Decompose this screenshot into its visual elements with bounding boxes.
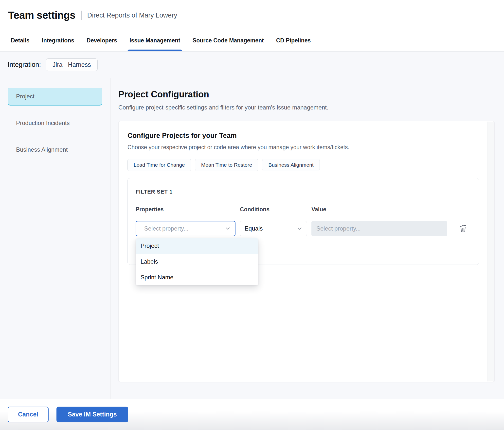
dropdown-option-project[interactable]: Project	[136, 238, 258, 254]
tab-bar: Details Integrations Developers Issue Ma…	[0, 37, 504, 52]
value-column-label: Value	[311, 206, 447, 213]
tab-issue-management[interactable]: Issue Management	[129, 37, 180, 51]
configure-projects-card: Configure Projects for your Team Choose …	[118, 121, 495, 382]
save-im-settings-button[interactable]: Save IM Settings	[56, 407, 128, 422]
team-name-subtitle: Direct Reports of Mary Lowery	[87, 12, 177, 19]
main-panel: Project Configuration Configure project-…	[110, 78, 504, 399]
integration-row: Integration: Jira - Harness	[0, 52, 504, 78]
tab-source-code-management[interactable]: Source Code Management	[193, 37, 264, 51]
page-header: Team settings Direct Reports of Mary Low…	[0, 0, 504, 21]
section-description: Configure project-specific settings and …	[118, 104, 504, 111]
card-title: Configure Projects for your Team	[127, 131, 479, 140]
page-title: Team settings	[8, 9, 75, 21]
integration-label: Integration:	[8, 61, 41, 69]
cancel-button[interactable]: Cancel	[8, 407, 49, 422]
metric-tab-mean-time-to-restore[interactable]: Mean Time to Restore	[195, 159, 258, 171]
dropdown-option-labels[interactable]: Labels	[136, 254, 258, 270]
content-area: Project Production Incidents Business Al…	[0, 78, 504, 399]
card-description: Choose your respective project or code a…	[127, 144, 479, 151]
filter-column-labels: Properties Conditions Value	[136, 206, 471, 213]
settings-sidebar: Project Production Incidents Business Al…	[0, 78, 110, 399]
team-settings-page: Team settings Direct Reports of Mary Low…	[0, 0, 504, 432]
card-scrollbar-track[interactable]	[487, 122, 494, 381]
metric-tab-business-alignment[interactable]: Business Alignment	[262, 159, 320, 171]
chevron-down-icon	[296, 225, 303, 232]
property-select-value: - Select property... -	[141, 225, 192, 232]
filter-set-panel: FILTER SET 1 Properties Conditions Value…	[127, 178, 479, 265]
tab-developers[interactable]: Developers	[87, 37, 117, 51]
trash-icon	[458, 224, 468, 233]
chevron-down-icon	[225, 225, 231, 232]
dropdown-option-sprint-name[interactable]: Sprint Name	[136, 270, 258, 285]
condition-select[interactable]: Equals	[240, 221, 307, 236]
section-title: Project Configuration	[118, 89, 504, 100]
sidebar-item-project[interactable]: Project	[8, 88, 102, 106]
delete-filter-button[interactable]	[458, 221, 471, 236]
tab-integrations[interactable]: Integrations	[42, 37, 74, 51]
sidebar-item-production-incidents[interactable]: Production Incidents	[8, 119, 102, 127]
conditions-column-label: Conditions	[240, 206, 307, 213]
filter-controls-row: - Select property... - Equals	[136, 221, 471, 236]
tab-cd-pipelines[interactable]: CD Pipelines	[276, 37, 311, 51]
condition-select-value: Equals	[245, 225, 263, 232]
filter-set-title: FILTER SET 1	[136, 189, 471, 195]
integration-chip-jira-harness[interactable]: Jira - Harness	[46, 58, 98, 71]
tab-details[interactable]: Details	[11, 37, 29, 51]
value-input[interactable]	[311, 221, 447, 236]
properties-column-label: Properties	[136, 206, 235, 213]
metric-tab-bar: Lead Time for Change Mean Time to Restor…	[127, 159, 479, 171]
property-select[interactable]: - Select property... -	[136, 221, 235, 236]
sidebar-item-business-alignment[interactable]: Business Alignment	[8, 146, 102, 153]
property-options-dropdown: Project Labels Sprint Name	[136, 238, 258, 285]
metric-tab-lead-time-for-change[interactable]: Lead Time for Change	[127, 159, 191, 171]
title-divider	[81, 11, 82, 20]
footer-action-bar: Cancel Save IM Settings	[0, 399, 504, 430]
